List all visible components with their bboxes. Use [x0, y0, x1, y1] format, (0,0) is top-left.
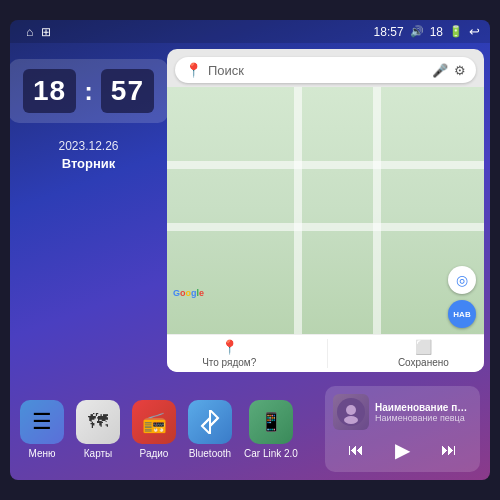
- nav-area: ⌂ ⊞: [26, 25, 51, 39]
- radio-icon: 📻: [132, 400, 176, 444]
- menu-icon: ☰: [20, 400, 64, 444]
- location-button[interactable]: ◎: [448, 266, 476, 294]
- battery-icon: 🔋: [449, 25, 463, 38]
- next-button[interactable]: ⏭: [435, 439, 463, 461]
- home-nav-icon[interactable]: ⌂: [26, 25, 33, 39]
- right-panel: 📍 Поиск 🎤 ⚙ Google ◎ НАВ: [167, 49, 484, 372]
- music-title: Наименование песни: [375, 402, 472, 413]
- footer-divider: [327, 339, 328, 368]
- day-value: Вторник: [58, 156, 118, 171]
- music-widget: Наименование песни Наименование певца ⏮ …: [325, 386, 480, 472]
- app-bluetooth[interactable]: Bluetooth: [188, 400, 232, 459]
- map-widget: 📍 Поиск 🎤 ⚙ Google ◎ НАВ: [167, 49, 484, 372]
- left-panel: 18 : 57 2023.12.26 Вторник: [16, 49, 161, 372]
- navigate-button[interactable]: НАВ: [448, 300, 476, 328]
- saved-icon: ⬜: [415, 339, 432, 355]
- battery-level: 18: [430, 25, 443, 39]
- play-button[interactable]: ▶: [389, 436, 416, 464]
- saved-button[interactable]: ⬜ Сохранено: [398, 339, 449, 368]
- status-time: 18:57: [374, 25, 404, 39]
- music-info: Наименование песни Наименование певца: [333, 394, 472, 430]
- navigate-label: НАВ: [453, 310, 470, 319]
- prev-button[interactable]: ⏮: [342, 439, 370, 461]
- clock-minutes-group: 57: [101, 69, 154, 113]
- map-area[interactable]: Google ◎ НАВ: [167, 87, 484, 334]
- apps-row: ☰ Меню 🗺 Карты 📻 Радио: [20, 400, 319, 459]
- status-bar: ⌂ ⊞ 18:57 🔊 18 🔋 ↩: [10, 20, 490, 43]
- map-road-v2: [373, 87, 381, 334]
- maps-label: Карты: [84, 448, 113, 459]
- svg-point-1: [346, 405, 356, 415]
- bottom-bar: ☰ Меню 🗺 Карты 📻 Радио: [10, 378, 490, 480]
- map-pin-icon: 📍: [185, 62, 202, 78]
- map-road-h1: [167, 161, 484, 169]
- music-text: Наименование песни Наименование певца: [375, 402, 472, 423]
- bluetooth-icon: [188, 400, 232, 444]
- volume-icon: 🔊: [410, 25, 424, 38]
- map-footer: 📍 Что рядом? ⬜ Сохранено: [167, 334, 484, 372]
- app-maps[interactable]: 🗺 Карты: [76, 400, 120, 459]
- svg-point-2: [344, 416, 358, 424]
- music-artist: Наименование певца: [375, 413, 472, 423]
- apps-nav-icon[interactable]: ⊞: [41, 25, 51, 39]
- nearby-label: Что рядом?: [202, 357, 256, 368]
- radio-label: Радио: [140, 448, 169, 459]
- app-carlink[interactable]: 📱 Car Link 2.0: [244, 400, 298, 459]
- date-info: 2023.12.26 Вторник: [58, 139, 118, 171]
- device-frame: ⌂ ⊞ 18:57 🔊 18 🔋 ↩ 18 : 57 2023.12.26 Вт…: [10, 20, 490, 480]
- clock-widget: 18 : 57: [10, 59, 168, 123]
- clock-separator: :: [84, 76, 93, 107]
- mic-icon[interactable]: 🎤: [432, 63, 448, 78]
- clock-hours-group: 18: [23, 69, 76, 113]
- date-value: 2023.12.26: [58, 139, 118, 153]
- clock-minutes: 57: [111, 75, 144, 107]
- settings-icon[interactable]: ⚙: [454, 63, 466, 78]
- saved-label: Сохранено: [398, 357, 449, 368]
- clock-hours: 18: [33, 75, 66, 107]
- music-controls: ⏮ ▶ ⏭: [333, 436, 472, 464]
- nearby-icon: 📍: [221, 339, 238, 355]
- map-road-v1: [294, 87, 302, 334]
- map-search-placeholder: Поиск: [208, 63, 426, 78]
- carlink-icon: 📱: [249, 400, 293, 444]
- map-search-bar[interactable]: 📍 Поиск 🎤 ⚙: [175, 57, 476, 83]
- map-road-h2: [167, 223, 484, 231]
- carlink-label: Car Link 2.0: [244, 448, 298, 459]
- menu-label: Меню: [28, 448, 55, 459]
- google-logo: Google: [173, 288, 204, 298]
- app-menu[interactable]: ☰ Меню: [20, 400, 64, 459]
- bluetooth-label: Bluetooth: [189, 448, 231, 459]
- maps-icon: 🗺: [76, 400, 120, 444]
- app-radio[interactable]: 📻 Радио: [132, 400, 176, 459]
- main-area: 18 : 57 2023.12.26 Вторник 📍 Поиск 🎤: [10, 43, 490, 378]
- nearby-button[interactable]: 📍 Что рядом?: [202, 339, 256, 368]
- back-icon[interactable]: ↩: [469, 24, 480, 39]
- music-avatar: [333, 394, 369, 430]
